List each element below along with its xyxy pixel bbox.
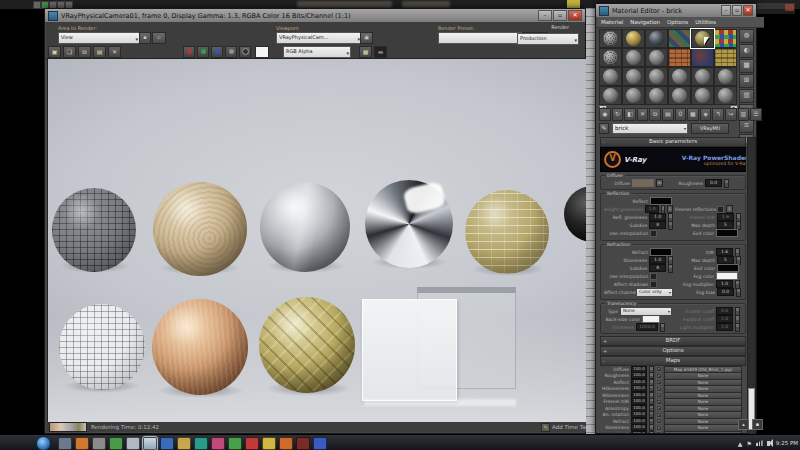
render-thumbnail[interactable]	[49, 422, 87, 432]
backlight-icon[interactable]: ◐	[739, 44, 754, 58]
minimize-button[interactable]: –	[721, 5, 731, 16]
spinner[interactable]	[668, 264, 673, 273]
exit-color-swatch[interactable]	[717, 264, 739, 272]
taskbar-app-icon[interactable]	[58, 437, 72, 450]
material-slot[interactable]	[622, 67, 645, 86]
reset-material-icon[interactable]: ✕	[637, 108, 649, 121]
maximize-button[interactable]: ▫	[732, 5, 742, 16]
max-depth-field[interactable]: 5	[717, 221, 734, 229]
add-time-tag-label[interactable]: Add Time Tag	[552, 424, 589, 430]
channel-display-select[interactable]: RGB Alpha▾	[283, 46, 351, 58]
render-window-titlebar[interactable]: VRayPhysicalCamera01, frame 0, Display G…	[45, 9, 585, 22]
monochrome-channel-icon[interactable]	[225, 46, 237, 58]
spinner[interactable]	[649, 431, 654, 433]
put-to-scene-icon[interactable]: ↻	[612, 108, 624, 121]
maximize-button[interactable]: ▫	[553, 10, 567, 21]
taskbar-app-icon[interactable]	[228, 437, 242, 450]
material-name-select[interactable]: brick▾	[612, 123, 688, 134]
material-slot[interactable]	[599, 67, 622, 86]
map-enabled-checkbox[interactable]: ✓	[656, 425, 662, 431]
area-to-render-select[interactable]: View▾	[58, 32, 140, 44]
fog-bias-field[interactable]: 0.0	[717, 288, 734, 296]
material-navigator-icon[interactable]: ▥	[738, 108, 750, 121]
map-enabled-checkbox[interactable]: ✓	[656, 386, 662, 392]
taskbar-app-icon[interactable]	[262, 437, 276, 450]
spinner[interactable]	[660, 323, 665, 332]
material-slot[interactable]	[599, 86, 622, 105]
clear-image-icon[interactable]: ✕	[108, 46, 121, 58]
thickness-field[interactable]: 1000.0	[636, 323, 658, 331]
affect-shadows-checkbox[interactable]	[650, 281, 657, 288]
pick-material-icon[interactable]: ☰	[750, 108, 762, 121]
material-slot[interactable]	[599, 48, 622, 67]
edit-region-button[interactable]: ▪	[139, 32, 151, 44]
taskbar-app-icon[interactable]	[211, 437, 225, 450]
maps-rollout[interactable]: - Maps	[600, 356, 746, 366]
material-slot[interactable]	[714, 48, 737, 67]
viewport-select[interactable]: VRayPhysicalCam...▾	[276, 32, 362, 44]
go-to-parent-icon[interactable]: ↰	[712, 108, 724, 121]
taskbar-app-icon[interactable]	[194, 437, 208, 450]
red-channel-icon[interactable]	[183, 46, 195, 58]
network-icon[interactable]	[756, 440, 763, 446]
panel-scrollbar[interactable]	[747, 137, 756, 435]
green-channel-icon[interactable]	[197, 46, 209, 58]
auto-region-button[interactable]: ▫	[152, 32, 166, 44]
sample-type-icon[interactable]: ◍	[739, 29, 754, 43]
material-slot[interactable]	[668, 29, 691, 48]
tray-overflow-icon[interactable]: ▴	[738, 419, 749, 430]
tray-overflow-icon[interactable]: ▪	[752, 419, 763, 430]
lock-viewport-button[interactable]: ▣	[360, 32, 373, 44]
taskbar-app-icon[interactable]	[245, 437, 259, 450]
render-preset-select[interactable]: ▾	[438, 32, 524, 44]
map-enabled-checkbox[interactable]: ✓	[656, 405, 662, 411]
render-button[interactable]: Render	[551, 24, 569, 30]
taskbar-app-icon[interactable]	[296, 437, 310, 450]
material-slot[interactable]	[668, 67, 691, 86]
spinner[interactable]	[735, 323, 740, 332]
material-slot[interactable]	[691, 29, 714, 48]
background-color-swatch[interactable]	[255, 46, 269, 58]
taskbar-app-icon[interactable]	[92, 437, 106, 450]
start-button[interactable]	[36, 436, 51, 450]
exit-color-swatch[interactable]	[716, 229, 738, 237]
material-slot[interactable]	[691, 67, 714, 86]
material-slot[interactable]	[645, 48, 668, 67]
material-slot[interactable]	[645, 67, 668, 86]
spinner[interactable]	[736, 288, 741, 297]
diffuse-color-swatch[interactable]	[632, 179, 654, 187]
make-unique-icon[interactable]: ⧉	[649, 108, 661, 121]
map-enabled-checkbox[interactable]: ✓	[656, 399, 662, 405]
show-map-in-viewport-icon[interactable]: ▦	[687, 108, 699, 121]
material-type-button[interactable]: VRayMtl	[691, 123, 729, 134]
material-slot[interactable]	[645, 29, 668, 48]
taskbar-app-icon[interactable]	[313, 437, 327, 450]
close-button[interactable]: ✕	[743, 5, 753, 16]
get-material-icon[interactable]: ◉	[599, 108, 611, 121]
time-tag-icon[interactable]: ✎	[541, 423, 550, 432]
map-enabled-checkbox[interactable]: ✓	[656, 392, 662, 398]
map-enabled-checkbox[interactable]: ✓	[656, 373, 662, 379]
use-interpolation-checkbox[interactable]	[650, 273, 657, 280]
minimize-button[interactable]: –	[538, 10, 552, 21]
material-slot[interactable]	[645, 86, 668, 105]
material-slot[interactable]	[691, 86, 714, 105]
material-slot[interactable]	[668, 86, 691, 105]
roughness-field[interactable]: 0.0	[705, 179, 722, 187]
max-depth-field[interactable]: 5	[717, 256, 734, 264]
options-rollout[interactable]: + Options	[600, 346, 746, 356]
render-mode-select[interactable]: Production▾	[517, 33, 579, 45]
spinner[interactable]	[668, 221, 673, 230]
menu-item[interactable]: Utilities	[695, 19, 716, 25]
blue-channel-icon[interactable]	[211, 46, 223, 58]
fresnel-reflections-checkbox[interactable]	[717, 206, 724, 213]
video-color-check-icon[interactable]: ▥	[739, 89, 754, 103]
material-slot[interactable]	[599, 29, 622, 48]
subdivs-field[interactable]: 8	[649, 264, 666, 272]
material-slot[interactable]	[714, 29, 737, 48]
translucency-type-select[interactable]: None▾	[620, 307, 672, 316]
material-slot[interactable]	[714, 67, 737, 86]
basic-parameters-rollout[interactable]: - Basic parameters	[600, 137, 746, 147]
spinner[interactable]	[724, 179, 729, 188]
map-enabled-checkbox[interactable]: ✓	[656, 418, 662, 424]
